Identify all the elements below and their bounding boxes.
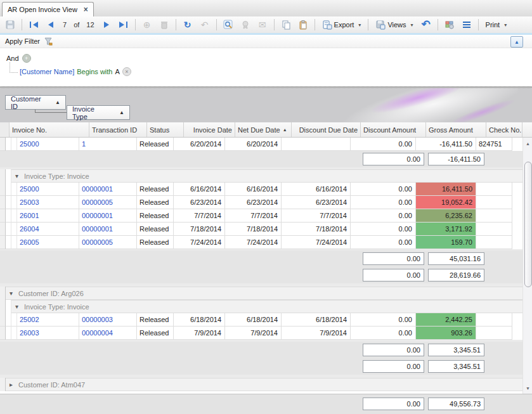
group-summary-row: 0.00 28,619.66: [0, 267, 532, 283]
add-condition-icon[interactable]: +: [22, 54, 31, 63]
group-label: Invoice Type: Invoice: [24, 303, 89, 311]
invoice-date-cell: 7/7/2014: [174, 209, 225, 223]
paste-button[interactable]: [295, 18, 311, 31]
column-header-transaction-id[interactable]: Transaction ID: [89, 122, 147, 137]
scrollbar-thumb[interactable]: [524, 162, 532, 287]
views-button[interactable]: Views ▾: [372, 18, 416, 31]
grand-total-row: 0.00 49,556.73: [0, 394, 532, 414]
transaction-id-cell[interactable]: 00000005: [79, 196, 137, 209]
group-button-invoice-type[interactable]: Invoice Type ▲: [67, 105, 130, 120]
sort-asc-icon: ▲: [55, 100, 60, 105]
search-button[interactable]: [221, 18, 236, 31]
collapse-filter-panel-button[interactable]: ▲: [510, 36, 523, 48]
invoice-no-cell[interactable]: 26003: [17, 327, 79, 340]
filter-field-link[interactable]: [Customer Name]: [20, 68, 74, 75]
badge-button[interactable]: [238, 18, 253, 31]
save-button[interactable]: [3, 18, 18, 31]
first-record-button[interactable]: [26, 18, 41, 31]
group-row-customer-atm047[interactable]: ▸ Customer ID: Atm047: [0, 378, 532, 391]
discount-amount-cell: 0.00: [351, 209, 416, 223]
add-record-button[interactable]: ⊕: [139, 18, 155, 31]
invoice-row[interactable]: 25003 00000005 Released 6/23/2014 6/23/2…: [0, 196, 532, 209]
invoice-row[interactable]: 25002 00000003 Released 6/18/2014 6/18/2…: [0, 313, 532, 327]
column-header-discount-amount[interactable]: Discount Amount: [361, 122, 426, 137]
remove-condition-icon[interactable]: ×: [122, 67, 131, 76]
views-dropdown-icon[interactable]: ▾: [411, 22, 413, 28]
header-corner: [522, 122, 532, 138]
invoice-no-cell[interactable]: 26005: [17, 236, 79, 249]
gross-amount-cell: 903.26: [416, 327, 476, 340]
export-dropdown-icon[interactable]: ▾: [358, 22, 361, 28]
gross-amount-cell: 19,052.42: [416, 196, 476, 209]
delete-record-button[interactable]: [157, 18, 172, 31]
next-record-button[interactable]: [99, 18, 114, 31]
menu-button[interactable]: [459, 18, 474, 31]
group-row-invoice-type[interactable]: ▾ Invoice Type: Invoice: [0, 169, 532, 183]
tab-ar-open-invoice-view[interactable]: AR Open Invoice View ×: [2, 2, 94, 16]
invoice-row[interactable]: 26005 00000005 Released 7/24/2014 7/24/2…: [0, 236, 532, 249]
invoice-no-cell[interactable]: 25002: [17, 313, 79, 327]
gross-amount-cell: 159.70: [416, 236, 476, 249]
column-header-status[interactable]: Status: [147, 122, 184, 137]
apply-filter-bar[interactable]: Apply Filter ▲: [0, 35, 532, 48]
group-button-customer-id[interactable]: Customer ID ▲: [5, 95, 66, 110]
discount-due-date-cell: 6/18/2014: [282, 313, 351, 327]
invoice-no-cell[interactable]: 25003: [17, 196, 79, 209]
group-collapsed-icon[interactable]: ▸: [10, 381, 13, 388]
filter-value-link[interactable]: A: [115, 68, 119, 75]
transaction-id-cell[interactable]: 00000003: [79, 313, 137, 327]
undo-button[interactable]: ↶: [418, 18, 434, 31]
invoice-no-cell[interactable]: 26004: [17, 223, 79, 236]
mail-button[interactable]: ✉: [255, 18, 270, 31]
column-header-invoice-date[interactable]: Invoice Date: [184, 122, 235, 137]
invoice-date-cell: 7/18/2014: [174, 223, 225, 236]
transaction-id-cell[interactable]: 00000004: [79, 327, 137, 340]
print-button[interactable]: Print ▾: [483, 18, 510, 31]
invoice-row[interactable]: 25000 1 Released 6/20/2014 6/20/2014 0.0…: [0, 138, 532, 151]
previous-record-button[interactable]: [43, 18, 58, 31]
group-expanded-icon[interactable]: ▾: [15, 303, 18, 310]
transaction-id-cell[interactable]: 00000001: [79, 209, 137, 223]
filter-operator-row[interactable]: And +: [6, 54, 31, 63]
copy-button[interactable]: [278, 18, 294, 31]
group-row-invoice-type[interactable]: ▾ Invoice Type: Invoice: [0, 300, 532, 313]
group-row-customer-arg026[interactable]: ▾ Customer ID: Arg026: [0, 287, 532, 300]
badge-icon: [240, 20, 250, 30]
filter-operator-label[interactable]: And: [6, 55, 19, 62]
group-label: Customer ID: Atm047: [18, 381, 85, 389]
invoice-no-cell[interactable]: 26001: [17, 209, 79, 223]
refresh-button[interactable]: ↻: [180, 18, 195, 31]
print-label: Print: [486, 21, 500, 29]
export-button[interactable]: Export ▾: [319, 18, 365, 31]
invoice-row[interactable]: 26004 00000001 Released 7/18/2014 7/18/2…: [0, 223, 532, 236]
transaction-id-cell[interactable]: 1: [79, 138, 137, 151]
print-dropdown-icon[interactable]: ▾: [504, 22, 507, 28]
grid-settings-button[interactable]: [442, 18, 457, 31]
summary-discount-amount: 0.00: [363, 344, 424, 356]
invoice-no-cell[interactable]: 25000: [17, 183, 79, 196]
invoice-row[interactable]: 26003 00000004 Released 7/9/2014 7/9/201…: [0, 327, 532, 340]
vertical-scrollbar[interactable]: ▲ ▼: [522, 138, 532, 394]
filter-op-link[interactable]: Begins with: [77, 68, 112, 75]
invoice-date-cell: 6/23/2014: [174, 196, 225, 209]
transaction-id-cell[interactable]: 00000005: [79, 236, 137, 249]
group-expanded-icon[interactable]: ▾: [15, 172, 18, 179]
invoice-row[interactable]: 26001 00000001 Released 7/7/2014 7/7/201…: [0, 209, 532, 223]
pager-total: 12: [84, 21, 96, 29]
tab-close-icon[interactable]: ×: [84, 5, 88, 14]
scroll-down-button[interactable]: ▼: [523, 384, 532, 392]
column-header-invoice-no[interactable]: Invoice No.: [10, 122, 89, 137]
group-expanded-icon[interactable]: ▾: [10, 290, 13, 297]
column-header-check-no[interactable]: Check No.: [486, 122, 522, 137]
row-indicator-header: [0, 122, 10, 137]
column-header-gross-amount[interactable]: Gross Amount: [426, 122, 486, 137]
transaction-id-cell[interactable]: 00000001: [79, 223, 137, 236]
column-header-net-due-date[interactable]: Net Due Date▲: [235, 122, 292, 137]
invoice-no-cell[interactable]: 25000: [17, 138, 79, 151]
invoice-row[interactable]: 25000 00000001 Released 6/16/2014 6/16/2…: [0, 183, 532, 196]
scroll-up-button[interactable]: ▲: [523, 139, 532, 148]
transaction-id-cell[interactable]: 00000001: [79, 183, 137, 196]
revert-button[interactable]: ↶: [197, 18, 212, 31]
last-record-button[interactable]: [116, 18, 131, 31]
column-header-discount-due-date[interactable]: Discount Due Date: [292, 122, 361, 137]
